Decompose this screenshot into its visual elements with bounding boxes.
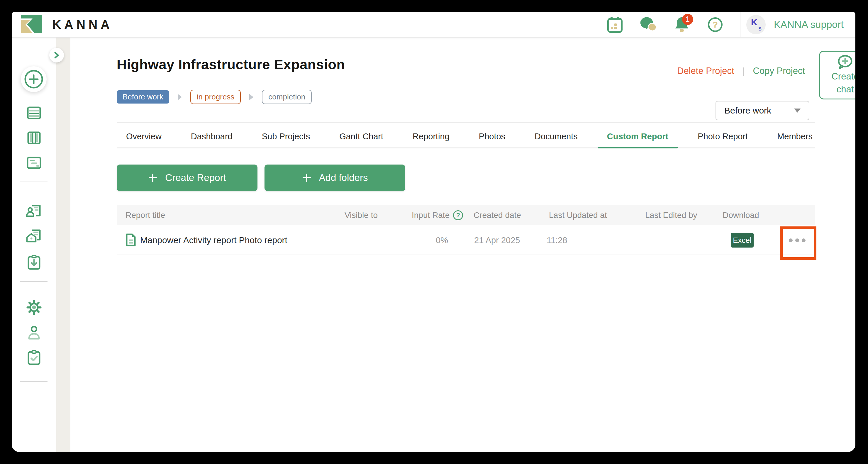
col-input-rate: Input Rate ? [412, 205, 463, 225]
plus-icon [148, 173, 157, 182]
col-last-edited: Last Edited by [645, 205, 697, 225]
report-document-icon [125, 233, 136, 249]
report-created-date: 21 Apr 2025 [474, 225, 520, 255]
chat-icon[interactable] [640, 16, 657, 33]
delete-project-link[interactable]: Delete Project [677, 66, 734, 76]
sidebar [12, 37, 56, 452]
brand-wordmark: KANNA [52, 18, 113, 32]
brand[interactable]: KANNA [21, 15, 113, 34]
create-chat-label-line2: chat [837, 83, 854, 96]
copy-project-link[interactable]: Copy Project [753, 66, 805, 76]
status-select[interactable]: Before work [715, 101, 809, 120]
tab-members[interactable]: Members [768, 127, 822, 148]
tab-photo-report[interactable]: Photo Report [688, 127, 757, 148]
create-chat-label-line1: Create [831, 70, 856, 83]
question-glyph: ? [713, 20, 718, 30]
user-report-icon [26, 203, 42, 219]
tab-reporting[interactable]: Reporting [403, 127, 459, 148]
project-list-icon [26, 105, 42, 121]
app-body: Highway Infrastructure Expansion Delete … [12, 37, 856, 452]
sidebar-divider [20, 381, 48, 382]
avatar[interactable]: K s [746, 15, 766, 34]
sidebar-gutter [56, 37, 70, 452]
sidebar-item-settings[interactable] [26, 299, 42, 316]
tab-bar: Overview Dashboard Sub Projects Gantt Ch… [117, 127, 815, 148]
tab-documents[interactable]: Documents [525, 127, 587, 148]
add-folders-button[interactable]: Add folders [265, 164, 405, 191]
status-badge-in-progress: in progress [190, 90, 241, 104]
caret-down-icon [794, 109, 801, 113]
tab-dashboard[interactable]: Dashboard [182, 127, 242, 148]
sidebar-divider [20, 182, 48, 182]
actions-separator: | [743, 66, 745, 76]
sidebar-item-user-report[interactable] [26, 203, 42, 219]
status-badge-completion: completion [262, 90, 312, 104]
sidebar-divider [20, 281, 48, 282]
create-chat-button[interactable]: Create chat [819, 51, 856, 99]
avatar-initial-large: K [751, 17, 757, 27]
annotation-highlight [780, 226, 816, 260]
status-flow: Before work in progress completion [117, 90, 312, 104]
kanna-logo-icon [21, 15, 42, 34]
notifications-bell-icon[interactable]: 1 [673, 16, 690, 33]
project-actions: Delete Project | Copy Project [677, 66, 805, 76]
tab-sub-projects[interactable]: Sub Projects [252, 127, 319, 148]
question-glyph: ? [456, 205, 460, 225]
col-last-updated: Last Updated at [549, 205, 607, 225]
site-report-icon [26, 228, 42, 244]
clipboard-download-icon [26, 254, 42, 271]
help-icon[interactable]: ? [707, 16, 724, 33]
status-select-value: Before work [724, 105, 771, 116]
excel-download-button[interactable]: Excel [731, 233, 754, 248]
sidebar-item-report-card[interactable] [26, 155, 42, 171]
report-card-icon [26, 155, 42, 171]
settings-gear-icon [26, 299, 42, 316]
add-project-button[interactable] [21, 66, 46, 92]
tab-gantt-chart[interactable]: Gantt Chart [330, 127, 393, 148]
table-row[interactable]: Manpower Activity report Photo report 0%… [117, 225, 815, 255]
arrow-right-icon [177, 93, 183, 101]
add-folders-label: Add folders [319, 172, 368, 183]
app-window: KANNA [12, 12, 856, 452]
sidebar-item-tasks[interactable] [26, 350, 42, 366]
page-title: Highway Infrastructure Expansion [117, 56, 345, 72]
sidebar-item-site-report[interactable] [26, 228, 42, 244]
report-table: Report title Visible to Input Rate ? Cre… [117, 205, 815, 255]
create-report-button[interactable]: Create Report [117, 164, 257, 191]
sidebar-expand-button[interactable] [49, 48, 64, 62]
col-created-date: Created date [473, 205, 521, 225]
report-title[interactable]: Manpower Activity report Photo report [140, 225, 287, 255]
chevron-right-icon [53, 51, 60, 59]
notification-count-badge: 1 [682, 14, 693, 25]
tab-overview[interactable]: Overview [117, 127, 171, 148]
create-report-label: Create Report [165, 172, 226, 183]
screenshot-frame: KANNA [0, 0, 868, 464]
report-toolbar: Create Report Add folders [117, 164, 405, 191]
sidebar-item-account[interactable] [26, 325, 42, 341]
table-header: Report title Visible to Input Rate ? Cre… [117, 205, 815, 225]
calendar-icon[interactable] [607, 16, 623, 33]
main-content: Highway Infrastructure Expansion Delete … [70, 37, 856, 452]
clipboard-check-icon [26, 350, 42, 366]
col-report-title: Report title [125, 205, 165, 225]
sidebar-item-import[interactable] [26, 254, 42, 271]
user-name[interactable]: KANNA support [774, 19, 844, 30]
sidebar-item-board-view[interactable] [26, 130, 42, 146]
board-columns-icon [26, 130, 42, 146]
account-user-icon [26, 325, 42, 341]
plus-icon [302, 173, 311, 182]
topbar: KANNA [12, 12, 856, 37]
arrow-right-icon [248, 93, 254, 101]
tab-custom-report[interactable]: Custom Report [598, 127, 678, 148]
col-visible-to: Visible to [319, 205, 378, 225]
topbar-actions: 1 ? K s KANNA support [598, 12, 856, 37]
avatar-initial-small: s [758, 25, 762, 32]
chat-plus-icon [837, 55, 853, 70]
sidebar-item-project-list[interactable] [26, 105, 42, 121]
tab-photos[interactable]: Photos [469, 127, 515, 148]
report-last-updated: 11:28 [547, 225, 567, 255]
input-rate-help-icon[interactable]: ? [453, 210, 463, 220]
status-badge-before-work: Before work [117, 90, 169, 103]
header-divider [117, 122, 815, 123]
col-download: Download [722, 205, 759, 225]
